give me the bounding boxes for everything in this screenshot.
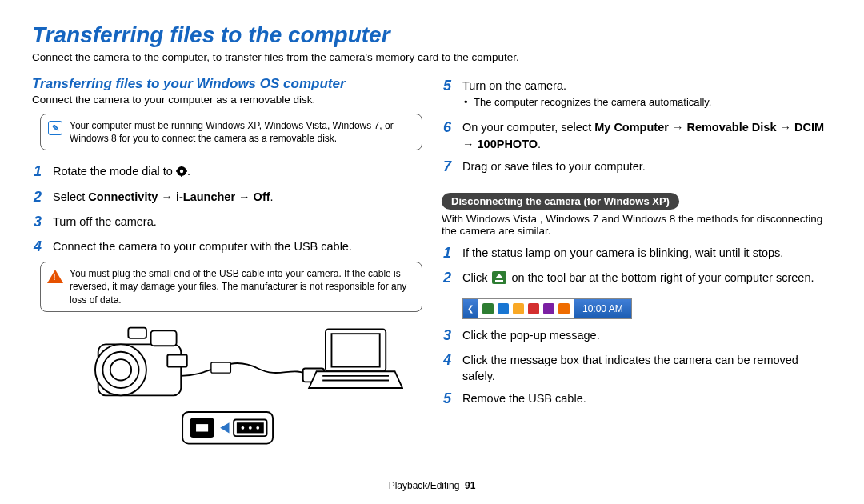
footer-section: Playback/Editing (389, 480, 460, 491)
step-number: 2 (32, 187, 53, 207)
tray-network-icon (498, 303, 509, 314)
warning-icon (47, 268, 63, 284)
step-number: 5 (442, 389, 462, 409)
svg-rect-31 (495, 280, 503, 282)
svg-point-27 (249, 426, 252, 430)
footer-page-number: 91 (465, 480, 475, 491)
svg-rect-17 (331, 334, 379, 366)
step-1: 1 Rotate the mode dial to . (32, 162, 422, 182)
note-text: Your computer must be running Windows XP… (70, 119, 414, 145)
dstep-1: 1 If the status lamp on your camera is b… (442, 243, 832, 263)
steps-list-right-b: 1 If the status lamp on your camera is b… (442, 243, 832, 288)
step-body: Select Connectivity → i-Launcher → Off. (53, 187, 422, 205)
step-number: 3 (442, 326, 462, 346)
step-body: Connect the camera to your computer with… (53, 237, 422, 254)
tray-generic-icon (543, 303, 554, 314)
step-2: 2 Select Connectivity → i-Launcher → Off… (32, 187, 422, 207)
svg-rect-11 (128, 327, 146, 338)
step-number: 4 (442, 350, 462, 370)
dstep-5: 5 Remove the USB cable. (442, 389, 832, 409)
steps-list-right-c: 3 Click the pop-up message. 4 Click the … (442, 326, 832, 410)
svg-rect-2 (181, 166, 182, 168)
warning-callout: You must plug the small end of the USB c… (40, 262, 422, 312)
system-tray (478, 299, 574, 318)
step-number: 6 (442, 118, 462, 138)
dstep-2: 2 Click on the tool bar at the bottom ri… (442, 268, 832, 288)
intro-text: Connect the camera to the computer, to t… (32, 51, 832, 63)
section-heading: Transferring files to your Windows OS co… (32, 76, 422, 92)
note-callout: ✎ Your computer must be running Windows … (40, 114, 422, 150)
step-body: If the status lamp on your camera is bli… (462, 243, 832, 261)
step-body: Click the message box that indicates the… (462, 350, 832, 385)
page-title: Transferring files to the computer (32, 22, 832, 48)
tray-shield-icon (513, 303, 524, 314)
content-columns: Transferring files to your Windows OS co… (32, 76, 832, 451)
left-column: Transferring files to your Windows OS co… (32, 76, 422, 451)
tray-remove-hw-icon (482, 303, 494, 314)
svg-point-26 (242, 426, 245, 430)
tray-volume-icon (528, 303, 539, 314)
warning-text: You must plug the small end of the USB c… (70, 267, 414, 306)
step-7: 7 Drag or save files to your computer. (442, 157, 832, 177)
step-number: 3 (32, 212, 53, 232)
disconnect-sub: With Windows Vista , Windows 7 and Windo… (442, 213, 832, 237)
disconnect-heading-pill: Disconnecting the camera (for Windows XP… (442, 193, 679, 210)
svg-rect-3 (181, 174, 182, 177)
steps-list-right-a: 5 Turn on the camera. The computer recog… (442, 76, 832, 177)
taskbar-clock: 10:00 AM (574, 299, 631, 318)
step-number: 1 (32, 162, 53, 182)
step-6: 6 On your computer, select My Computer →… (442, 118, 832, 152)
mode-dial-icon (176, 166, 187, 177)
section-sub: Connect the camera to your computer as a… (32, 94, 422, 106)
step-number: 4 (32, 237, 53, 257)
dstep-4: 4 Click the message box that indicates t… (442, 350, 832, 385)
steps-list-left: 1 Rotate the mode dial to . 2 Select Con… (32, 162, 422, 257)
dstep-3: 3 Click the pop-up message. (442, 326, 832, 346)
step-body: Click the pop-up message. (462, 326, 832, 343)
step-number: 5 (442, 76, 462, 96)
step-body: Click on the tool bar at the bottom righ… (462, 268, 832, 286)
svg-rect-13 (211, 362, 230, 373)
step-5: 5 Turn on the camera. The computer recog… (442, 76, 832, 113)
tray-generic-icon (558, 303, 570, 314)
step-4: 4 Connect the camera to your computer wi… (32, 237, 422, 257)
right-column: 5 Turn on the camera. The computer recog… (442, 76, 832, 451)
tray-expand-icon: ❮ (463, 299, 478, 318)
step-number: 1 (442, 243, 462, 263)
svg-point-9 (110, 359, 131, 380)
page-footer: Playback/Editing 91 (0, 480, 864, 491)
step-body: Rotate the mode dial to . (53, 162, 422, 179)
step-body: On your computer, select My Computer → R… (462, 118, 832, 152)
step-sub-bullet: The computer recognizes the camera autom… (462, 95, 832, 110)
svg-rect-4 (176, 171, 178, 173)
step-number: 2 (442, 268, 462, 288)
step-body: Turn off the camera. (53, 212, 422, 230)
svg-rect-22 (196, 424, 208, 431)
usb-connection-illustration (48, 323, 422, 451)
windows-taskbar-snippet: ❮ 10:00 AM (462, 298, 632, 319)
safely-remove-icon (492, 271, 506, 284)
note-icon: ✎ (47, 120, 63, 136)
svg-rect-12 (167, 354, 186, 366)
svg-point-1 (180, 170, 183, 173)
svg-point-28 (256, 426, 259, 430)
step-body: Turn on the camera. The computer recogni… (462, 76, 832, 113)
step-body: Drag or save files to your computer. (462, 157, 832, 174)
step-body: Remove the USB cable. (462, 389, 832, 406)
step-number: 7 (442, 157, 462, 177)
step-3: 3 Turn off the camera. (32, 212, 422, 232)
svg-rect-10 (151, 330, 177, 346)
